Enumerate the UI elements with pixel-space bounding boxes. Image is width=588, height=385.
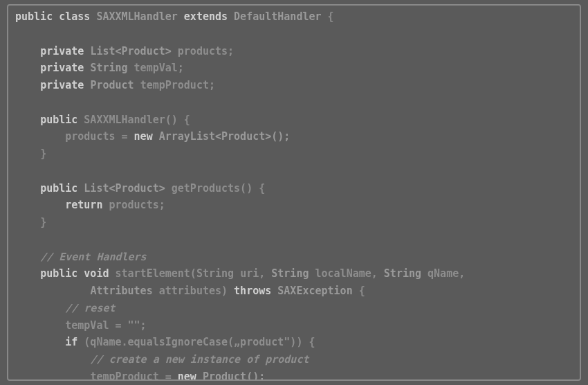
kw-private: private [40, 45, 84, 57]
param: uri, [240, 267, 265, 280]
code-frame: public class SAXXMLHandler extends Defau… [7, 4, 581, 381]
ident: products; [109, 199, 165, 211]
method: getProducts() [172, 182, 252, 195]
brace: } [40, 147, 46, 160]
method: startElement(String [116, 267, 235, 280]
kw-throws: throws [234, 285, 271, 297]
type: List<Product> [90, 45, 171, 57]
field: tempVal; [134, 62, 184, 74]
type: String [90, 62, 127, 74]
comment: // Event Handlers [40, 251, 147, 263]
param: attributes) [159, 285, 228, 297]
kw-public: public [40, 267, 77, 280]
ident: tempVal [65, 319, 109, 332]
brace: { [359, 285, 365, 297]
kw-new: new [178, 370, 196, 381]
kw-private: private [40, 79, 84, 91]
expr: (qName.equalsIgnoreCase(„product")) [84, 336, 302, 348]
op: = [122, 130, 128, 143]
brace: { [184, 114, 190, 126]
kw-class: class [59, 10, 90, 23]
code-block: public class SAXXMLHandler extends Defau… [15, 8, 573, 381]
comment: // reset [65, 302, 115, 314]
superclass: DefaultHandler [234, 10, 321, 23]
ident: tempProduct [90, 370, 158, 381]
string: ""; [128, 319, 147, 332]
kw-private: private [40, 62, 84, 74]
code-slide: public class SAXXMLHandler extends Defau… [0, 0, 588, 385]
type: Product(); [203, 370, 265, 381]
type: Product [90, 79, 134, 91]
param: localName, [315, 267, 378, 280]
class-name: SAXXMLHandler [96, 10, 177, 23]
type: String [384, 267, 421, 280]
kw-new: new [134, 130, 153, 143]
brace: { [309, 336, 315, 348]
type: Attributes [90, 285, 152, 297]
brace: { [259, 182, 265, 195]
param: qName, [428, 267, 465, 280]
type: SAXException [277, 285, 352, 297]
kw-public: public [40, 114, 77, 126]
field: tempProduct; [140, 79, 215, 91]
type: List<Product> [84, 182, 165, 195]
type: String [271, 267, 309, 280]
ident: products [65, 130, 115, 143]
brace: } [40, 216, 46, 229]
op: = [165, 370, 172, 381]
type: ArrayList<Product>(); [159, 130, 291, 143]
kw-extends: extends [184, 10, 228, 23]
field: products; [178, 45, 234, 57]
brace: { [328, 10, 334, 23]
kw-void: void [84, 267, 109, 280]
ctor: SAXXMLHandler() [84, 114, 177, 126]
kw-public: public [15, 10, 53, 23]
comment: // create a new instance of product [90, 353, 309, 366]
op: = [116, 319, 122, 332]
kw-return: return [65, 199, 102, 211]
kw-public: public [40, 182, 77, 195]
kw-if: if [65, 336, 77, 348]
